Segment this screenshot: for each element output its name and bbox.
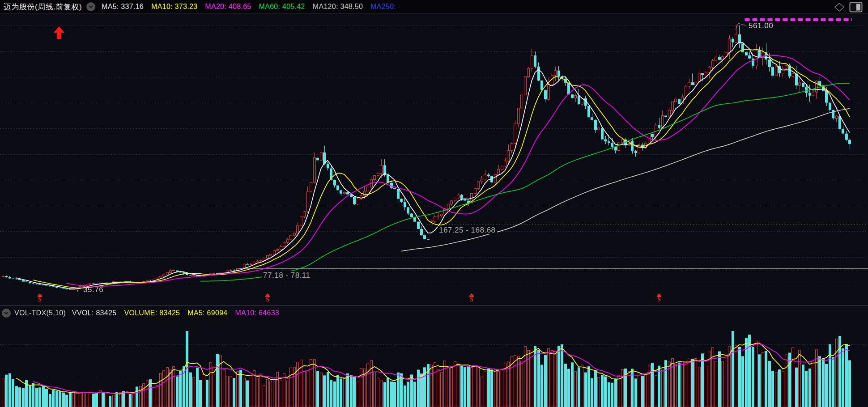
- diamond-icon[interactable]: [834, 2, 845, 12]
- s-glyph: S: [657, 297, 661, 303]
- ex-rights-s-marker[interactable]: S: [38, 293, 42, 303]
- volume-legend-item: MA5: 69094: [187, 309, 227, 317]
- ma-legend-item: MA5: 337.16: [102, 3, 144, 11]
- price-gap-label: 77.18 - 78.11: [262, 271, 311, 280]
- triangle-icon: [469, 293, 474, 296]
- ma-legend-item: MA10: 373.23: [151, 3, 197, 11]
- ex-rights-s-marker[interactable]: S: [657, 293, 661, 303]
- ma-legend-item: MA250: -: [370, 3, 400, 11]
- chevron-down-icon: [88, 4, 94, 9]
- volume-legend: VVOL: 83425VOLUME: 83425MA5: 69094MA10: …: [72, 309, 287, 317]
- s-glyph: S: [470, 297, 473, 303]
- collapse-volume-pane-button[interactable]: [2, 309, 11, 318]
- collapse-main-pane-button[interactable]: [86, 2, 95, 11]
- volume-header: VOL-TDX(5,10) VVOL: 83425VOLUME: 83425MA…: [0, 307, 868, 319]
- triangle-icon: [657, 293, 661, 296]
- volume-indicator-title: VOL-TDX(5,10): [14, 309, 66, 317]
- s-glyph: S: [38, 297, 42, 303]
- ma-legend: MA5: 337.16MA10: 373.23MA20: 408.65MA60:…: [102, 3, 408, 11]
- stock-chart-window: 迈为股份(周线.前复权) MA5: 337.16MA10: 373.23MA20…: [0, 0, 868, 407]
- volume-legend-item: VVOL: 83425: [72, 309, 116, 317]
- s-glyph: S: [266, 297, 269, 303]
- header-icons: [834, 2, 863, 13]
- highest-price-label: 561.00: [747, 21, 774, 30]
- buy-signal-arrow-icon: [53, 26, 65, 41]
- ma-legend-item: MA20: 408.65: [205, 3, 251, 11]
- ex-rights-s-marker[interactable]: S: [469, 293, 474, 303]
- price-gap-label: 167.25 - 168.68: [438, 226, 497, 234]
- panel-toggle-icon[interactable]: [849, 2, 863, 13]
- pane-divider[interactable]: [0, 305, 868, 306]
- main-chart-header: 迈为股份(周线.前复权) MA5: 337.16MA10: 373.23MA20…: [0, 0, 868, 14]
- ex-rights-s-marker[interactable]: S: [265, 293, 270, 303]
- chevron-down-icon: [4, 310, 9, 316]
- ma-legend-item: MA60: 405.42: [259, 3, 305, 11]
- stock-title: 迈为股份(周线.前复权): [4, 2, 82, 12]
- triangle-icon: [265, 293, 270, 296]
- lowest-price-label: ←35.76: [74, 285, 105, 294]
- price-volume-chart-canvas[interactable]: [0, 0, 868, 407]
- ma-legend-item: MA120: 348.50: [313, 3, 363, 11]
- volume-legend-item: VOLUME: 83425: [124, 309, 180, 317]
- volume-legend-item: MA10: 64633: [235, 309, 279, 317]
- triangle-icon: [38, 293, 42, 296]
